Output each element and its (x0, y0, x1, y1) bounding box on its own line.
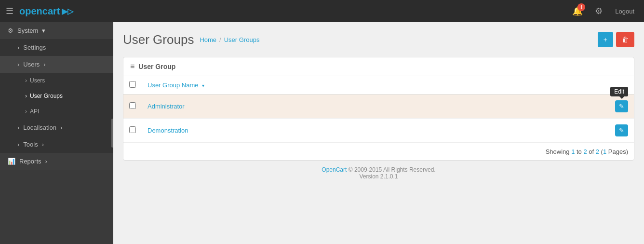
system-icon: ⚙ (8, 27, 13, 34)
main-content: User Groups Home / User Groups + 🗑 ≡ Use… (113, 22, 644, 244)
sidebar-user-groups-label: User Groups (30, 93, 63, 99)
breadcrumb-home-link[interactable]: Home (200, 36, 216, 43)
sidebar-tools-label: Tools (23, 141, 38, 148)
chevron-icon: › (43, 61, 45, 68)
add-button[interactable]: + (598, 32, 613, 47)
sidebar-localisation-label: Localisation (23, 124, 56, 131)
edit-tooltip: Edit (610, 87, 628, 96)
pagination-total: 2 (596, 148, 599, 155)
pagination-pages: 1 (603, 148, 606, 155)
row-action-cell: Edit ✎ (595, 95, 634, 119)
page-header-left: User Groups Home / User Groups (123, 32, 259, 47)
sidebar-item-settings[interactable]: › Settings (0, 39, 113, 56)
sidebar-system-subsection: › Settings › Users › › Users › User Grou… (0, 39, 113, 153)
edit-button-administrator[interactable]: ✎ (615, 100, 628, 112)
logo-cart-icon: ▶▷ (62, 7, 73, 16)
scrollbar[interactable] (111, 119, 113, 148)
user-groups-table: User Group Name ▾ Administrator (123, 76, 634, 143)
delete-button[interactable]: 🗑 (616, 32, 634, 47)
settings-icon-button[interactable]: ⚙ (590, 2, 607, 20)
sidebar-item-reports[interactable]: 📊 Reports › (0, 153, 113, 170)
layout: ⚙ System ▾ › Settings › Users › › Users … (0, 22, 644, 244)
reports-icon: 📊 (8, 158, 15, 165)
sidebar-item-users[interactable]: › Users › (0, 56, 113, 73)
arrow-icon: › (17, 44, 19, 51)
arrow-icon: › (25, 77, 27, 84)
arrow-icon: › (25, 108, 27, 115)
row-action-cell: ✎ (595, 119, 634, 143)
logo-text: opencart (19, 6, 60, 17)
logout-button[interactable]: Logout (611, 6, 638, 17)
chevron-icon: › (45, 158, 47, 165)
arrow-icon: › (17, 124, 19, 131)
page-header: User Groups Home / User Groups + 🗑 (123, 32, 634, 47)
sidebar-item-users-sub[interactable]: › Users (0, 73, 113, 88)
sidebar-item-api[interactable]: › API (0, 104, 113, 119)
row-checkbox-cell (123, 95, 142, 119)
sidebar-item-system[interactable]: ⚙ System ▾ (0, 22, 113, 39)
notification-bell-button[interactable]: 🔔 1 (569, 2, 586, 20)
footer: OpenCart © 2009-2015 All Rights Reserved… (123, 161, 634, 186)
sidebar-reports-label: Reports (19, 158, 41, 165)
table-head: User Group Name ▾ (123, 76, 634, 95)
page-title: User Groups (123, 32, 194, 47)
table-header-name[interactable]: User Group Name ▾ (142, 76, 595, 95)
card-title: User Group (138, 63, 175, 70)
pagination-end: 2 (583, 148, 587, 155)
chevron-down-icon: ▾ (42, 27, 45, 34)
select-all-checkbox[interactable] (129, 81, 136, 88)
navbar-right: 🔔 1 ⚙ Logout (569, 2, 638, 20)
hamburger-icon[interactable]: ☰ (6, 6, 13, 16)
table-header-checkbox (123, 76, 142, 95)
sidebar-item-tools[interactable]: › Tools › (0, 136, 113, 153)
sidebar-item-user-groups[interactable]: › User Groups (0, 88, 113, 104)
edit-button-demonstration[interactable]: ✎ (615, 124, 628, 136)
breadcrumb: Home / User Groups (200, 36, 259, 43)
navbar: ☰ opencart ▶▷ 🔔 1 ⚙ Logout (0, 0, 644, 22)
chevron-icon: › (42, 141, 44, 148)
notification-badge: 1 (577, 3, 585, 11)
edit-tooltip-container: Edit ✎ (615, 100, 628, 112)
footer-copyright-text: © 2009-2015 All Rights Reserved. (349, 166, 436, 173)
arrow-icon: › (17, 141, 19, 148)
column-name-label: User Group Name (148, 81, 198, 89)
page-actions: + 🗑 (598, 32, 634, 47)
table-row: Demonstration ✎ (123, 119, 634, 143)
footer-version: Version 2.1.0.1 (129, 173, 629, 180)
row-name-cell: Demonstration (142, 119, 595, 143)
table-body: Administrator Edit ✎ (123, 95, 634, 143)
table-header-row: User Group Name ▾ (123, 76, 634, 95)
sidebar-users-label: Users (23, 61, 40, 68)
row-name-link[interactable]: Administrator (148, 103, 185, 110)
table-row: Administrator Edit ✎ (123, 95, 634, 119)
app-logo: opencart ▶▷ (19, 6, 73, 17)
list-icon: ≡ (130, 62, 134, 71)
sidebar: ⚙ System ▾ › Settings › Users › › Users … (0, 22, 113, 244)
sidebar-settings-label: Settings (23, 44, 46, 51)
arrow-icon: › (17, 61, 19, 68)
row-name-link[interactable]: Demonstration (148, 127, 188, 134)
pagination-start: 1 (571, 148, 575, 155)
row-checkbox[interactable] (129, 102, 136, 109)
row-checkbox[interactable] (129, 126, 136, 133)
sidebar-item-localisation[interactable]: › Localisation › (0, 119, 113, 136)
breadcrumb-separator: / (219, 36, 221, 43)
sidebar-users-sub-label: Users (30, 77, 45, 84)
gear-icon: ⚙ (595, 6, 603, 16)
user-group-card: ≡ User Group User Group Name ▾ (123, 57, 634, 161)
pagination-info: Showing 1 to 2 of 2 (1 Pages) (123, 143, 634, 160)
sidebar-system-label: System (17, 27, 38, 34)
footer-brand-link[interactable]: OpenCart (322, 166, 347, 173)
sort-arrow-icon: ▾ (202, 83, 204, 88)
row-name-cell: Administrator (142, 95, 595, 119)
card-header: ≡ User Group (123, 57, 634, 76)
sidebar-api-label: API (30, 108, 39, 115)
arrow-icon: › (25, 93, 27, 99)
breadcrumb-current-link[interactable]: User Groups (224, 36, 260, 43)
chevron-icon: › (60, 124, 62, 131)
row-checkbox-cell (123, 119, 142, 143)
footer-copyright: OpenCart © 2009-2015 All Rights Reserved… (129, 166, 629, 173)
